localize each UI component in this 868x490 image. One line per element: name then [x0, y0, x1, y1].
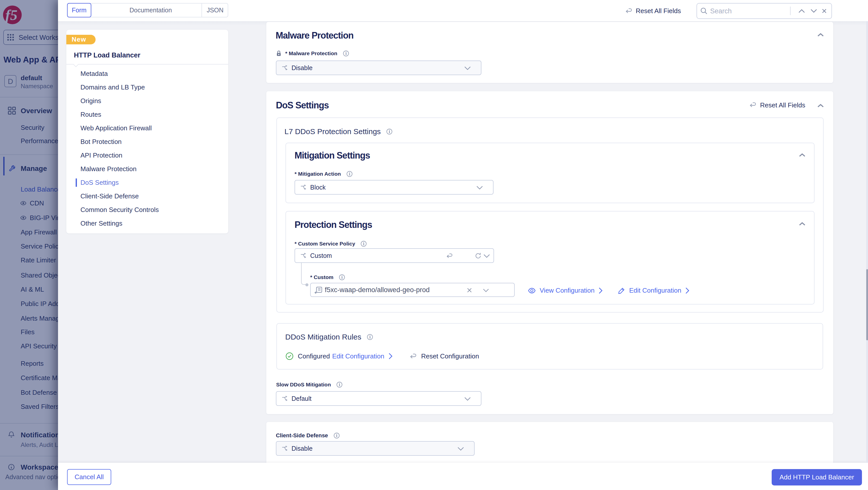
svg-text:i: i [339, 382, 340, 387]
svg-text:i: i [363, 241, 364, 246]
svg-text:i: i [369, 334, 370, 339]
svg-text:i: i [345, 51, 346, 56]
svg-text:i: i [349, 171, 350, 176]
svg-text:i: i [389, 129, 390, 134]
svg-text:i: i [336, 433, 337, 438]
svg-text:i: i [341, 274, 343, 280]
